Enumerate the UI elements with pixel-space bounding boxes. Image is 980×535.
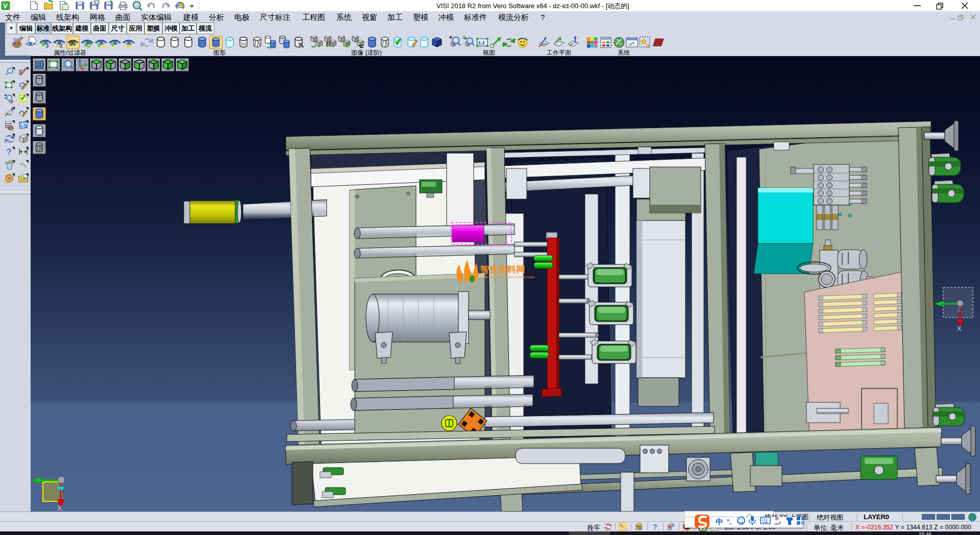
svg-text:1:1: 1:1 <box>478 40 485 45</box>
svg-text:?: ? <box>653 523 657 531</box>
svg-text:X: X <box>957 325 962 332</box>
svg-text:INTELLIGENT MANUFACTURING DATA: INTELLIGENT MANUFACTURING DATA <box>480 276 534 279</box>
svg-text:°,: °, <box>727 518 731 525</box>
svg-text:Z: Z <box>958 306 961 312</box>
svg-text:V: V <box>3 2 8 10</box>
svg-text:?: ? <box>6 147 11 157</box>
svg-text:X: X <box>57 504 62 512</box>
svg-text:智造资料网: 智造资料网 <box>480 264 525 275</box>
svg-text:Y: Y <box>926 301 931 308</box>
svg-text:中: 中 <box>716 517 723 526</box>
